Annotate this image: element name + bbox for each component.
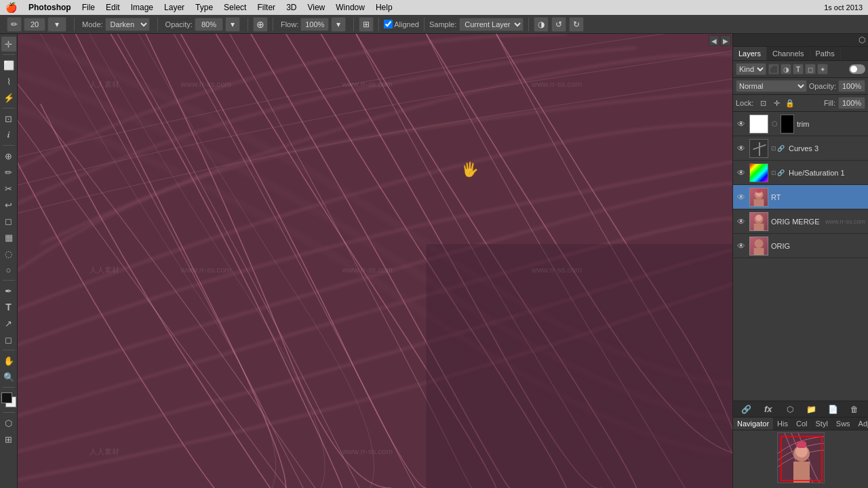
bp-tab-color[interactable]: Col [792, 418, 812, 430]
bp-tab-styles[interactable]: Styl [811, 418, 831, 430]
bp-tab-swatches[interactable]: Sws [832, 418, 854, 430]
tab-layers[interactable]: Layers [733, 47, 767, 60]
layer-filter-select[interactable]: Kind [736, 63, 766, 75]
bp-tab-history[interactable]: His [773, 418, 792, 430]
healing-tool[interactable]: ⊕ [1, 148, 16, 163]
layer-item-origmerge[interactable]: 👁 ORIG MERGE www.rr-ss.com [733, 209, 868, 234]
delete-layer-btn[interactable]: 🗑 [848, 403, 861, 415]
aligned-checkbox[interactable] [384, 20, 393, 28]
clone-src-btn[interactable]: ⊞ [359, 17, 374, 32]
add-mask-btn[interactable]: ⬡ [784, 403, 796, 415]
blend-mode-select[interactable]: Normal Multiply Screen [736, 80, 807, 92]
ignore-adj-btn[interactable]: ◑ [534, 17, 549, 32]
text-tool[interactable]: T [1, 300, 16, 314]
lock-move-icon[interactable]: ✛ [771, 98, 782, 108]
layer-item-rt[interactable]: 👁 RT [733, 185, 868, 209]
dodge-tool[interactable]: ○ [1, 262, 16, 277]
layer-fx-btn[interactable]: fx [762, 403, 774, 415]
eraser-tool[interactable]: ◻ [1, 214, 16, 228]
panel-collapse-btn[interactable]: ⬡ [859, 35, 865, 45]
menu-help[interactable]: Help [371, 1, 397, 14]
filter-shape-icon[interactable]: ◻ [805, 64, 816, 75]
move-tool[interactable]: ✛ [1, 37, 16, 52]
sample-select[interactable]: Current Layer All Layers [459, 18, 524, 31]
menu-select[interactable]: Select [219, 1, 251, 14]
quick-mask-btn[interactable]: ⬡ [1, 415, 16, 430]
filter-pixel-icon[interactable]: ⬛ [768, 64, 779, 75]
menu-edit[interactable]: Edit [101, 1, 125, 14]
airbrush-btn[interactable]: ⊕ [253, 17, 268, 32]
lock-checkerboard-icon[interactable]: ⊡ [757, 98, 768, 108]
aligned-label[interactable]: Aligned [384, 20, 419, 28]
layer-visibility-huesat[interactable]: 👁 [736, 167, 747, 178]
gradient-tool[interactable]: ▦ [1, 230, 16, 245]
marquee-tool[interactable]: ⬜ [1, 58, 16, 73]
layer-item-orig[interactable]: 👁 ORIG [733, 234, 868, 258]
new-group-btn[interactable]: 📁 [805, 403, 817, 415]
separator-2 [157, 18, 158, 31]
filter-type-icon[interactable]: T [793, 64, 804, 75]
opacity-value-input[interactable] [838, 80, 865, 92]
layer-visibility-trim[interactable]: 👁 [736, 119, 747, 129]
timestamp: 1s oct 2013 [824, 3, 863, 12]
eyedropper-tool[interactable]: 𝒊 [1, 127, 16, 142]
flow-input[interactable] [300, 18, 329, 31]
menu-image[interactable]: Image [126, 1, 158, 14]
zoom-tool[interactable]: 🔍 [1, 369, 16, 384]
tab-channels[interactable]: Channels [767, 47, 810, 60]
screen-mode-btn[interactable]: ⊞ [1, 432, 16, 447]
bp-tab-navigator[interactable]: Navigator [733, 418, 773, 430]
opacity-input[interactable] [195, 18, 223, 31]
pen-tool[interactable]: ✒ [1, 283, 16, 298]
new-layer-btn[interactable]: 📄 [827, 403, 839, 415]
lock-all-icon[interactable]: 🔒 [785, 98, 795, 108]
color-swatches[interactable] [1, 392, 16, 407]
foreground-color[interactable] [1, 392, 12, 403]
collapse-left-btn[interactable]: ◀ [709, 35, 719, 46]
layer-item-trim[interactable]: 👁 ⬡ trim [733, 112, 868, 136]
quick-select-tool[interactable]: ⚡ [1, 90, 16, 105]
bp-tab-adj[interactable]: Adj [854, 418, 868, 430]
link-layers-btn[interactable]: 🔗 [741, 403, 753, 415]
history-brush-tool[interactable]: ↩ [1, 197, 16, 212]
layer-visibility-origmerge[interactable]: 👁 [736, 216, 747, 227]
tab-paths[interactable]: Paths [810, 47, 841, 60]
menu-view[interactable]: View [302, 1, 330, 14]
clone-src-flip2[interactable]: ↻ [569, 17, 584, 32]
menu-window[interactable]: Window [331, 1, 370, 14]
menu-3d[interactable]: 3D [281, 1, 301, 14]
hand-tool[interactable]: ✋ [1, 353, 16, 368]
layer-item-huesat[interactable]: 👁 ⊡🔗 Hue/Saturation 1 [733, 161, 868, 185]
lasso-tool[interactable]: ⌇ [1, 74, 16, 89]
brush-picker-btn[interactable]: ▾ [47, 17, 66, 32]
brush-tool-group: ✏ ▾ [4, 17, 69, 32]
filter-adj-icon[interactable]: ◑ [781, 64, 791, 75]
menu-layer[interactable]: Layer [159, 1, 189, 14]
layer-visibility-curves3[interactable]: 👁 [736, 143, 747, 154]
layer-thumb-rt [749, 188, 768, 207]
layer-visibility-orig[interactable]: 👁 [736, 241, 747, 251]
layer-item-curves3[interactable]: 👁 ⊡🔗 Curves 3 [733, 136, 868, 161]
menu-type[interactable]: Type [191, 1, 218, 14]
brush-size-input[interactable] [24, 18, 45, 31]
fill-value-input[interactable] [838, 97, 865, 109]
filter-toggle[interactable] [849, 64, 865, 74]
shape-tool[interactable]: ◻ [1, 332, 16, 347]
brush-tool[interactable]: ✏ [1, 165, 16, 180]
path-select-tool[interactable]: ↗ [1, 316, 16, 331]
blur-tool[interactable]: ◌ [1, 246, 16, 261]
clone-stamp-tool[interactable]: ✂ [1, 181, 16, 196]
collapse-right-btn[interactable]: ▶ [720, 35, 731, 46]
brush-tool-icon[interactable]: ✏ [7, 17, 22, 32]
apple-menu[interactable]: 🍎 [5, 2, 17, 13]
opacity-arrow[interactable]: ▾ [225, 17, 240, 32]
app-name[interactable]: Photoshop [24, 1, 76, 14]
menu-filter[interactable]: Filter [252, 1, 280, 14]
crop-tool[interactable]: ⊡ [1, 111, 16, 126]
layer-visibility-rt[interactable]: 👁 [736, 192, 747, 203]
filter-smart-icon[interactable]: ✦ [817, 64, 828, 75]
flow-arrow[interactable]: ▾ [331, 17, 346, 32]
clone-src-flip1[interactable]: ↺ [551, 17, 566, 32]
mode-select[interactable]: Darken Normal Multiply [105, 18, 150, 31]
menu-file[interactable]: File [77, 1, 100, 14]
